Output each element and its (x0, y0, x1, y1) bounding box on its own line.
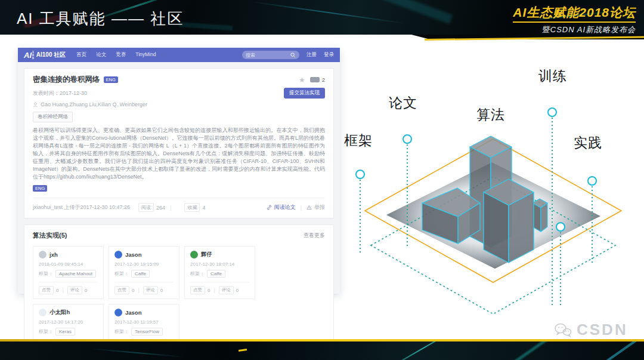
comment-label: 评论 (143, 286, 158, 294)
user-name[interactable]: 小太阳h (49, 309, 70, 316)
search-icon[interactable] (290, 53, 296, 58)
pin-lunwen (403, 135, 411, 247)
pin-circle-icon (556, 223, 565, 231)
report-link[interactable]: 举报 (314, 204, 325, 211)
csdn-logo-text: CSDN (577, 321, 628, 339)
submit-time: 2017-12-30 18:07:14 (190, 261, 249, 267)
read-paper-link[interactable]: 阅读论文 (274, 204, 296, 211)
implementation-item[interactable]: 辉仔 2017-12-30 18:07:14 框架： Caffe 点赞 0 | … (184, 246, 255, 299)
favorite-star-icon[interactable]: ★ (299, 76, 305, 84)
like-count: 0 (132, 288, 134, 293)
avatar (114, 309, 122, 316)
comment-label: 评论 (67, 286, 82, 294)
implementation-item[interactable]: Jason 2017-12-30 19:15:09 框架： Caffe 点赞 0… (109, 246, 179, 299)
read-count: 264 (156, 205, 165, 211)
event-subtitle: 暨CSDN AI新战略发布会 (513, 24, 636, 35)
paper-abstract: 卷积网络可以训练得更深入、更准确、更高效如果它们之间包含较短的连接层输入和那些接… (33, 127, 325, 181)
pin-circle-icon (548, 108, 556, 116)
comment-count: 0 (85, 288, 87, 293)
texture-streak (251, 1, 405, 24)
read-label: 阅读 (138, 203, 154, 212)
avatar (190, 251, 198, 259)
collect-count: 4 (202, 205, 205, 211)
label-practice: 实践 (574, 134, 602, 152)
submit-time: 2017-12-30 19:15:09 (114, 261, 174, 267)
slide-header-bar: AI 工具赋能 —— 社区 AI生态赋能2018论坛 暨CSDN AI新战略发布… (0, 0, 644, 35)
site-brand[interactable]: AI100 社区 (36, 51, 66, 59)
event-title: AI生态赋能2018论坛 (513, 4, 636, 23)
comment-count: 0 (160, 288, 163, 293)
texture-streak (89, 348, 185, 358)
site-nav: 首页 论文 竞赛 TinyMind (76, 51, 156, 59)
logo-100-glyph: 100 (32, 51, 34, 60)
framework-label: 框架： (190, 270, 205, 277)
author-icon (33, 102, 38, 107)
search-box[interactable] (242, 51, 299, 59)
texture-streak (239, 349, 247, 352)
submit-time: 2017-12-30 14:17:20 (39, 319, 98, 325)
like-count: 0 (208, 288, 210, 293)
user-name[interactable]: Jason (125, 309, 141, 316)
implementation-item[interactable]: jxh 2018-01-09 09:45:14 框架： Apache Mahou… (33, 246, 104, 299)
framework-name: TensorFlow (131, 328, 163, 336)
avatar (39, 251, 47, 259)
nav-item-contest[interactable]: 竞赛 (116, 51, 126, 59)
comment-count: 0 (236, 288, 239, 293)
site-navbar: AI 100 AI100 社区 首页 论文 竞赛 TinyMind 注册 登录 (18, 48, 340, 62)
register-link[interactable]: 注册 (306, 51, 317, 59)
nav-item-papers[interactable]: 论文 (96, 51, 106, 59)
iso-box-front (484, 179, 534, 263)
avatar (114, 251, 122, 259)
submit-implementation-button[interactable]: 提交算法实现 (284, 88, 325, 99)
avatar (39, 309, 47, 316)
texture-streak (371, 341, 475, 360)
nav-item-tinymind[interactable]: TinyMind (135, 51, 156, 59)
isometric-platform-illustration (343, 57, 638, 319)
pin-circle-icon (403, 135, 411, 143)
framework-label: 框架： (39, 328, 53, 335)
label-framework: 框架 (344, 131, 373, 150)
iso-box-small-right (532, 199, 547, 232)
user-name[interactable]: Jason (125, 251, 141, 258)
paper-authors: Gao Huang,Zhuang Liu,Kilian Q. Weinberge… (41, 101, 147, 107)
pin-kuangjia (356, 170, 364, 254)
texture-streak (601, 341, 644, 360)
view-more-link[interactable]: 查看更多 (304, 232, 325, 239)
publish-time: 发表时间：2017-12-30 (33, 90, 87, 97)
comment-label: 评论 (219, 286, 234, 294)
framework-label: 框架： (114, 328, 129, 335)
event-title-block: AI生态赋能2018论坛 暨CSDN AI新战略发布会 (513, 4, 636, 35)
slide-footer-bar (0, 341, 644, 360)
user-name[interactable]: 辉仔 (201, 251, 212, 259)
uploader-info: jxiaohui_test 上传于2017-12-30 10:47:26 (33, 204, 130, 211)
presentation-slide: AI 工具赋能 —— 社区 AI生态赋能2018论坛 暨CSDN AI新战略发布… (0, 0, 644, 360)
nav-item-home[interactable]: 首页 (76, 51, 86, 59)
logo-ai-glyph: AI (24, 51, 32, 60)
paper-card: 密集连接的卷积网络 ENG ★ 2 发表时间：2017-12-30 提交算法实现… (24, 68, 334, 219)
reward-count: 2 (322, 76, 325, 83)
link-icon (267, 205, 272, 210)
pin-circle-icon (356, 170, 364, 179)
report-warning-icon (306, 205, 312, 210)
language-badge: ENG (104, 76, 118, 83)
label-training: 训练 (538, 67, 567, 85)
framework-name: Keras (55, 328, 75, 336)
label-algorithm: 算法 (476, 106, 505, 124)
topic-tag[interactable]: 卷积神经网络 (33, 112, 73, 122)
like-label: 点赞 (114, 286, 129, 294)
like-count: 0 (56, 288, 58, 293)
language-badge-bottom: ENG (33, 185, 47, 192)
csdn-watermark: CSDN (553, 321, 628, 339)
framework-name: Caffe (131, 270, 150, 278)
like-label: 点赞 (39, 286, 54, 294)
label-papers: 论文 (389, 94, 417, 112)
framework-name: Caffe (207, 270, 225, 278)
framework-name: Apache Mahout (55, 270, 96, 278)
login-link[interactable]: 登录 (324, 51, 334, 59)
implementations-header: 算法实现(5) (33, 231, 67, 240)
paper-title[interactable]: 密集连接的卷积网络 (33, 75, 100, 85)
user-name[interactable]: jxh (49, 251, 58, 258)
submit-time: 2018-01-09 09:45:14 (39, 261, 98, 267)
ai100-logo-icon[interactable]: AI 100 (24, 51, 34, 60)
search-input[interactable] (246, 53, 290, 58)
